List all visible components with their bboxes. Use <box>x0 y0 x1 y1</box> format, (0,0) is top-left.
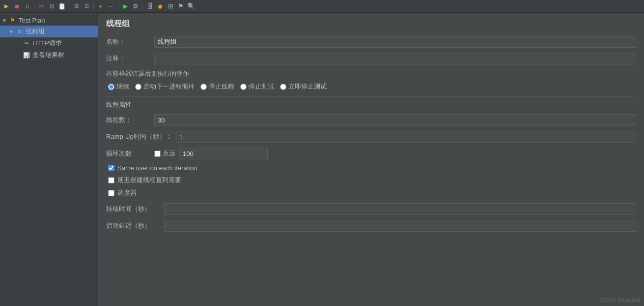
thread-prop-section: 线程属性 线程数： Ramp-Up时间（秒）： 循环次数 永远 <box>106 96 636 232</box>
same-user-row: Same user on each iteration <box>108 164 636 172</box>
threadgroup-label: 线程组 <box>26 27 45 36</box>
resulttree-label: 查看结果树 <box>32 51 64 60</box>
toolbar-icon-1[interactable]: ▶ <box>2 2 11 11</box>
toolbar: ▶ ⏹ ⏸ ✂ ⧉ 📋 ⊞ ⊟ + − ▶ ⚙ 🗄 ◆ ⊞ ⚑ 🔍 <box>0 0 644 13</box>
radio-stop-thread[interactable]: 停止线程 <box>200 82 234 91</box>
rampup-row: Ramp-Up时间（秒）： <box>106 131 636 143</box>
duration-input[interactable] <box>164 203 636 215</box>
radio-next-loop-label: 启动下一进程循环 <box>143 82 195 91</box>
testplan-label: Test Plan <box>19 17 45 24</box>
same-user-label: Same user on each iteration <box>117 164 197 172</box>
testplan-icon: ⚑ <box>9 16 17 24</box>
toolbar-icon-collapse[interactable]: ⊟ <box>82 2 91 11</box>
radio-stop-test-label: 停止测试 <box>249 82 274 91</box>
sidebar: ▼ ⚑ Test Plan ▼ ⚙ 线程组 ▶ ✏ HTTP请求 ▶ 📊 查看结… <box>0 13 98 306</box>
scheduler-row: 调度器 <box>108 188 636 197</box>
sep4 <box>118 2 118 10</box>
error-radio-group: 继续 启动下一进程循环 停止线程 停止测试 立即停止测试 <box>108 82 636 91</box>
sep1 <box>34 2 34 10</box>
toolbar-icon-zoom[interactable]: 🔍 <box>187 2 196 11</box>
radio-next-loop[interactable]: 启动下一进程循环 <box>135 82 195 91</box>
radio-continue-label: 继续 <box>116 82 129 91</box>
sidebar-item-resulttree[interactable]: ▶ 📊 查看结果树 <box>0 49 98 61</box>
http-icon: ✏ <box>23 39 30 47</box>
toolbar-icon-grid[interactable]: ⊞ <box>166 2 175 11</box>
startup-delay-row: 启动延迟（秒） <box>106 220 636 232</box>
sidebar-item-threadgroup[interactable]: ▼ ⚙ 线程组 <box>0 26 98 37</box>
duration-label: 持续时间（秒） <box>106 205 160 214</box>
http-label: HTTP请求 <box>32 39 62 48</box>
watermark: CSDN @hacks8 <box>601 297 640 303</box>
sidebar-item-http[interactable]: ▶ ✏ HTTP请求 <box>0 37 98 49</box>
panel-title: 线程组 <box>106 19 636 29</box>
startup-delay-label: 启动延迟（秒） <box>106 221 160 230</box>
delay-create-checkbox[interactable] <box>108 177 114 184</box>
same-user-checkbox[interactable] <box>108 165 114 171</box>
sep3 <box>93 2 94 10</box>
loop-row: 循环次数 永远 <box>106 148 636 159</box>
tree-arrow-threadgroup: ▼ <box>9 29 16 34</box>
radio-stop-test-now[interactable]: 立即停止测试 <box>280 82 327 91</box>
loop-input[interactable] <box>179 148 268 159</box>
content-panel: 线程组 名称： 注释： 在取样器错误后要执行的动作 继续 启动下一进程循环 <box>98 13 644 306</box>
delay-create-row: 延迟创建线程直到需要 <box>108 176 636 184</box>
rampup-input[interactable] <box>176 131 636 143</box>
scheduler-checkbox[interactable] <box>108 190 114 196</box>
toolbar-icon-settings[interactable]: ⚙ <box>131 2 140 11</box>
forever-checkbox-label[interactable]: 永远 <box>154 149 175 158</box>
name-label: 名称： <box>106 37 150 46</box>
toolbar-icon-db[interactable]: 🗄 <box>145 2 154 11</box>
radio-continue[interactable]: 继续 <box>108 82 129 91</box>
rampup-label: Ramp-Up时间（秒）： <box>106 132 172 141</box>
toolbar-icon-flag[interactable]: ⚑ <box>176 2 185 11</box>
toolbar-icon-chart[interactable]: ◆ <box>156 2 165 11</box>
comment-input[interactable] <box>154 53 636 64</box>
sep5 <box>142 2 143 10</box>
toolbar-icon-remove[interactable]: − <box>107 2 115 11</box>
forever-checkbox[interactable] <box>154 151 161 157</box>
toolbar-icon-green[interactable]: ▶ <box>121 2 130 11</box>
loop-label: 循环次数 <box>106 149 150 158</box>
forever-label: 永远 <box>163 149 175 158</box>
loop-inline: 永远 <box>154 148 268 159</box>
threads-row: 线程数： <box>106 114 636 126</box>
toolbar-icon-paste[interactable]: 📋 <box>57 2 66 11</box>
toolbar-icon-3[interactable]: ⏸ <box>23 2 31 11</box>
scheduler-label: 调度器 <box>117 188 137 197</box>
main-layout: ▼ ⚑ Test Plan ▼ ⚙ 线程组 ▶ ✏ HTTP请求 ▶ 📊 查看结… <box>0 13 644 306</box>
duration-row: 持续时间（秒） <box>106 203 636 215</box>
toolbar-icon-2[interactable]: ⏹ <box>12 2 21 11</box>
comment-row: 注释： <box>106 53 636 64</box>
threads-label: 线程数： <box>106 116 150 124</box>
name-row: 名称： <box>106 36 636 48</box>
name-input[interactable] <box>154 36 636 48</box>
startup-delay-input[interactable] <box>164 220 636 232</box>
resulttree-icon: 📊 <box>23 51 30 59</box>
threadgroup-icon: ⚙ <box>16 28 24 35</box>
tree-arrow-testplan: ▼ <box>2 18 9 23</box>
comment-label: 注释： <box>106 54 150 63</box>
error-section-label: 在取样器错误后要执行的动作 <box>106 69 636 78</box>
radio-stop-test-now-label: 立即停止测试 <box>288 82 327 91</box>
thread-prop-label: 线程属性 <box>106 100 636 109</box>
delay-create-label: 延迟创建线程直到需要 <box>117 176 181 184</box>
sep2 <box>69 2 69 10</box>
radio-stop-thread-label: 停止线程 <box>209 82 234 91</box>
toolbar-icon-cut[interactable]: ✂ <box>37 2 46 11</box>
threads-input[interactable] <box>154 114 636 126</box>
toolbar-icon-expand[interactable]: ⊞ <box>72 2 81 11</box>
toolbar-icon-copy[interactable]: ⧉ <box>47 2 56 11</box>
sidebar-item-testplan[interactable]: ▼ ⚑ Test Plan <box>0 15 98 26</box>
radio-stop-test[interactable]: 停止测试 <box>240 82 274 91</box>
toolbar-icon-add[interactable]: + <box>96 2 105 11</box>
